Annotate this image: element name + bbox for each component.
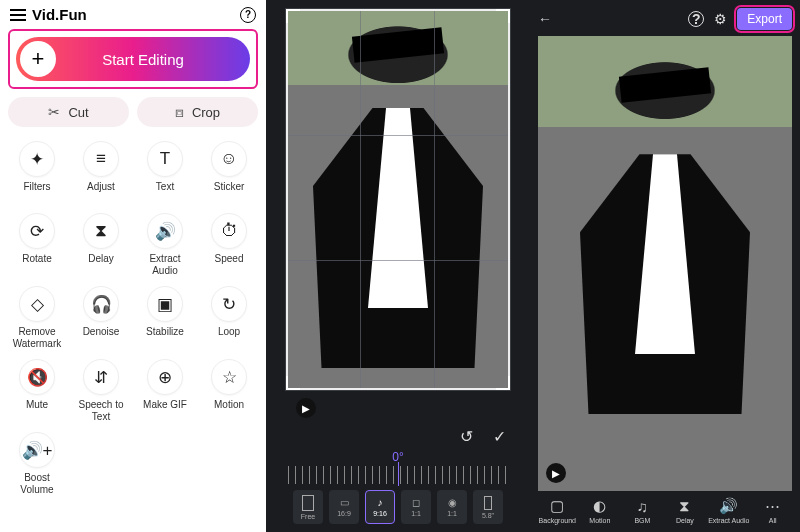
crop-handle[interactable]: [496, 9, 510, 23]
ratio-label: 16:9: [337, 510, 351, 517]
help-icon[interactable]: ?: [240, 7, 256, 23]
denoise-icon: 🎧: [83, 286, 119, 322]
help-icon[interactable]: ?: [688, 11, 704, 27]
crop-frame[interactable]: [286, 9, 510, 390]
ratio-916[interactable]: ♪9:16: [365, 490, 395, 524]
tool-label: Denoise: [83, 326, 120, 348]
ratio-11[interactable]: ◻1:1: [401, 490, 431, 524]
ratio-58[interactable]: 5.8": [473, 490, 503, 524]
crop-button[interactable]: ⧈ Crop: [137, 97, 258, 127]
reset-rotation-icon[interactable]: ↺: [460, 427, 473, 446]
tool-label: Extract Audio: [136, 253, 194, 276]
aspect-ratio-row: Free▭16:9♪9:16◻1:1◉1:15.8": [293, 490, 503, 524]
btool-extract-audio[interactable]: 🔊Extract Audio: [708, 497, 749, 524]
export-preview: ▶: [538, 36, 792, 491]
ratio-Free[interactable]: Free: [293, 490, 323, 524]
bottom-toolbar: ▢Background◐Motion♫BGM⧗Delay🔊Extract Aud…: [538, 497, 792, 524]
background-icon: ▢: [550, 497, 564, 515]
btool-motion[interactable]: ◐Motion: [581, 497, 620, 524]
btool-label: Motion: [589, 517, 610, 524]
speed-icon: ⏱: [211, 213, 247, 249]
tool-adjust[interactable]: ≡Adjust: [72, 141, 130, 203]
export-panel: ← ? ⚙ Export ▶ ▢Background◐Motion♫BGM⧗De…: [530, 0, 800, 532]
tool-grid: ✦Filters≡AdjustTText☺Sticker⟳Rotate⧗Dela…: [8, 137, 258, 526]
export-button[interactable]: Export: [737, 8, 792, 30]
rotate-icon: ⟳: [19, 213, 55, 249]
tool-speed[interactable]: ⏱Speed: [200, 213, 258, 276]
header-actions: ? ⚙ Export: [688, 8, 792, 30]
sticker-icon: ☺: [211, 141, 247, 177]
remove-watermark-icon: ◇: [19, 286, 55, 322]
play-button[interactable]: ▶: [546, 463, 566, 483]
settings-icon[interactable]: ⚙: [714, 11, 727, 27]
boost-volume-icon: 🔊+: [19, 432, 55, 468]
tool-make-gif[interactable]: ⊕Make GIF: [136, 359, 194, 422]
ratio-label: 5.8": [482, 512, 494, 519]
ratio-label: 1:1: [411, 510, 421, 517]
tool-mute[interactable]: 🔇Mute: [8, 359, 66, 422]
crop-handle[interactable]: [496, 376, 510, 390]
tool-text[interactable]: TText: [136, 141, 194, 203]
tool-label: Rotate: [22, 253, 51, 275]
tool-filters[interactable]: ✦Filters: [8, 141, 66, 203]
cut-button[interactable]: ✂ Cut: [8, 97, 129, 127]
tool-remove-watermark[interactable]: ◇Remove Watermark: [8, 286, 66, 349]
ratio-11[interactable]: ◉1:1: [437, 490, 467, 524]
tool-label: Remove Watermark: [8, 326, 66, 349]
motion-icon: ◐: [593, 497, 606, 515]
tool-label: Speech to Text: [72, 399, 130, 422]
crop-icon: ⧈: [175, 104, 184, 121]
all-icon: ⋯: [765, 497, 780, 515]
adjust-icon: ≡: [83, 141, 119, 177]
start-editing-button[interactable]: + Start Editing: [16, 37, 250, 81]
btool-bgm[interactable]: ♫BGM: [623, 497, 662, 524]
back-icon[interactable]: ←: [538, 11, 552, 27]
tool-panel: Vid.Fun ? + Start Editing ✂ Cut ⧈ Crop ✦…: [0, 0, 266, 532]
tool-motion[interactable]: ☆Motion: [200, 359, 258, 422]
bgm-icon: ♫: [637, 497, 648, 515]
tool-sticker[interactable]: ☺Sticker: [200, 141, 258, 203]
tool-boost-volume[interactable]: 🔊+Boost Volume: [8, 432, 66, 495]
crop-preview[interactable]: ▶: [285, 8, 511, 391]
ratio-shape: [302, 495, 314, 511]
crop-handle[interactable]: [286, 9, 300, 23]
cut-crop-row: ✂ Cut ⧈ Crop: [8, 97, 258, 127]
tool-loop[interactable]: ↻Loop: [200, 286, 258, 349]
crop-handle[interactable]: [286, 376, 300, 390]
tool-speech-to-text[interactable]: ⇵Speech to Text: [72, 359, 130, 422]
btool-label: Extract Audio: [708, 517, 749, 524]
tool-extract-audio[interactable]: 🔊Extract Audio: [136, 213, 194, 276]
play-button[interactable]: ▶: [296, 398, 316, 418]
filters-icon: ✦: [19, 141, 55, 177]
btool-delay[interactable]: ⧗Delay: [666, 497, 705, 524]
ratio-169[interactable]: ▭16:9: [329, 490, 359, 524]
ratio-label: Free: [301, 513, 315, 520]
tool-label: Stabilize: [146, 326, 184, 348]
ratio-label: 9:16: [373, 510, 387, 517]
tool-label: Adjust: [87, 181, 115, 203]
cut-label: Cut: [68, 105, 88, 120]
tool-delay[interactable]: ⧗Delay: [72, 213, 130, 276]
tool-label: Delay: [88, 253, 114, 275]
crop-controls: ↺ ✓: [272, 427, 524, 450]
menu-icon[interactable]: [10, 9, 26, 21]
video-frame: [538, 36, 792, 491]
tool-stabilize[interactable]: ▣Stabilize: [136, 286, 194, 349]
start-highlight-box: + Start Editing: [8, 29, 258, 89]
btool-background[interactable]: ▢Background: [538, 497, 577, 524]
btool-all[interactable]: ⋯All: [753, 497, 792, 524]
tool-label: Mute: [26, 399, 48, 421]
rotation-ruler[interactable]: [288, 466, 508, 484]
tool-rotate[interactable]: ⟳Rotate: [8, 213, 66, 276]
loop-icon: ↻: [211, 286, 247, 322]
confirm-icon[interactable]: ✓: [493, 427, 506, 446]
tool-denoise[interactable]: 🎧Denoise: [72, 286, 130, 349]
scissors-icon: ✂: [48, 104, 60, 120]
tool-label: Text: [156, 181, 174, 203]
crop-editor: ▶ ↺ ✓ 0° Free▭16:9♪9:16◻1:1◉1:15.8": [266, 0, 530, 532]
tool-label: Boost Volume: [8, 472, 66, 495]
ratio-shape: [484, 496, 492, 510]
ratio-badge-icon: ◉: [448, 497, 457, 508]
crop-label: Crop: [192, 105, 220, 120]
tool-label: Speed: [215, 253, 244, 275]
